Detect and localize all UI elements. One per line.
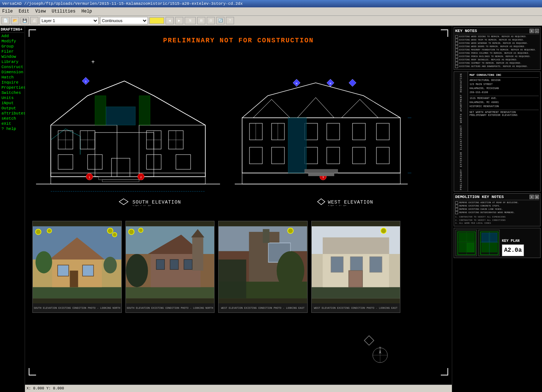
- sidebar-item-window[interactable]: Window: [1, 54, 24, 59]
- svg-point-101: [138, 228, 143, 232]
- sheet-number: A2.0a: [502, 244, 524, 256]
- menu-edit[interactable]: Edit: [19, 9, 29, 14]
- direction-btn[interactable]: N: [185, 17, 196, 24]
- keynote-9-cb[interactable]: [455, 62, 458, 65]
- sidebar-item-modify[interactable]: Modify: [1, 39, 24, 44]
- svg-rect-135: [459, 243, 466, 252]
- keynote-1-cb[interactable]: [455, 35, 458, 38]
- corner-tr: [441, 29, 448, 37]
- svg-rect-97: [170, 259, 178, 269]
- svg-marker-40: [253, 99, 290, 118]
- sidebar-item-inquire[interactable]: Inquire: [1, 80, 24, 85]
- sidebar-item-units[interactable]: Units: [1, 95, 24, 100]
- toolbar-ortho-btn[interactable]: ⊟: [207, 17, 215, 24]
- title-vertical-texts: NET WORTH APARTMENT RENOVATION PRELIMINA…: [454, 72, 468, 191]
- keynote-5-cb[interactable]: [455, 49, 458, 52]
- sidebar-item-filer[interactable]: Filer: [1, 49, 24, 54]
- demo-keynote-3-cb[interactable]: [455, 208, 458, 211]
- svg-point-100: [128, 229, 134, 234]
- svg-rect-55: [353, 147, 365, 164]
- demo-keynote-2-cb[interactable]: [455, 205, 458, 208]
- color-next-btn[interactable]: ▶: [175, 17, 183, 24]
- svg-rect-143: [482, 243, 489, 252]
- demo-keynote-1-cb[interactable]: [455, 201, 458, 204]
- keynote-8: EXISTING ROOF SHINGLES. REPLACE AS REQUI…: [455, 59, 539, 61]
- demo-keynotes-expand-btn[interactable]: +: [529, 195, 534, 199]
- svg-text:2: 2: [140, 176, 142, 179]
- toolbar-snap-btn[interactable]: ⊞: [197, 17, 205, 24]
- toolbar-save-btn[interactable]: 💾: [21, 17, 29, 24]
- keynote-8-cb[interactable]: [455, 59, 458, 61]
- sidebar-item-output[interactable]: Output: [1, 106, 24, 111]
- photo-1-caption: SOUTH ELEVATION EXISTING CONDITION PHOTO…: [33, 303, 121, 312]
- sidebar-item-properties[interactable]: Properties: [1, 85, 24, 90]
- toolbar-help-btn[interactable]: ?: [226, 17, 234, 24]
- sidebar-item-attributes[interactable]: aTtributes: [1, 111, 24, 116]
- sidebar-item-dimension[interactable]: Dimension: [1, 70, 24, 75]
- svg-text:SOUTH ELEVATION: SOUTH ELEVATION: [132, 199, 181, 205]
- svg-rect-142: [490, 233, 497, 242]
- demo-keynote-4-cb[interactable]: [455, 211, 458, 214]
- color-prev-btn[interactable]: ◀: [166, 17, 174, 24]
- menu-file[interactable]: File: [2, 9, 13, 14]
- svg-rect-43: [249, 123, 262, 140]
- keynote-7: EXISTING PORCH RAILINGS TO REMAIN. REPAI…: [455, 55, 539, 58]
- svg-rect-1: [51, 173, 205, 184]
- svg-rect-80: [82, 265, 93, 276]
- toolbar-open-btn[interactable]: 📂: [11, 17, 19, 24]
- svg-rect-45: [272, 123, 284, 140]
- svg-rect-5: [95, 133, 154, 177]
- compass-rose: N: [371, 346, 389, 364]
- photo-1: SOUTH ELEVATION EXISTING CONDITION PHOTO…: [32, 221, 122, 313]
- demo-keynote-4: REMOVE EXISTING DETERIORATED WOOD MEMBER…: [455, 211, 539, 214]
- demo-keynotes-settings-btn[interactable]: ⚙: [535, 195, 539, 199]
- sidebar-item-help[interactable]: ? help: [1, 126, 24, 131]
- keynote-10-cb[interactable]: [455, 65, 458, 68]
- sidebar-item-construct[interactable]: Construct: [1, 64, 24, 70]
- toolbar-redraw-btn[interactable]: 🔄: [216, 17, 224, 24]
- svg-rect-123: [348, 271, 362, 287]
- svg-marker-41: [297, 98, 334, 118]
- svg-rect-52: [272, 147, 284, 164]
- photo-2-caption: SOUTH ELEVATION EXISTING CONDITION PHOTO…: [126, 303, 215, 312]
- keynote-2: EXISTING WOOD TRIM TO REMAIN. REPAIR AS …: [455, 39, 539, 42]
- toolbar-btn4[interactable]: 🖨: [30, 17, 38, 24]
- photo-3: WEST ELEVATION EXISTING CONDITION PHOTO …: [218, 221, 308, 313]
- keynote-3-cb[interactable]: [455, 42, 458, 45]
- sidebar-item-sketch[interactable]: sKetch: [1, 116, 24, 121]
- menu-view[interactable]: View: [35, 9, 46, 14]
- sidebar-item-group[interactable]: Group: [1, 44, 24, 49]
- svg-point-85: [47, 229, 52, 233]
- svg-point-111: [277, 251, 304, 290]
- menu-help[interactable]: Help: [81, 9, 92, 14]
- sidebar-item-library[interactable]: Library: [1, 59, 24, 64]
- svg-rect-91: [126, 287, 215, 298]
- keynote-6-cb[interactable]: [455, 52, 458, 55]
- keynote-4-cb[interactable]: [455, 45, 458, 48]
- svg-rect-79: [58, 265, 69, 276]
- keynote-2-cb[interactable]: [455, 39, 458, 42]
- firm-address-2: 123 MAIN STREET: [470, 83, 539, 86]
- sidebar-item-switches[interactable]: Switches: [1, 90, 24, 95]
- sidebar-item-hatch[interactable]: Hatch: [1, 75, 24, 80]
- svg-rect-122: [369, 257, 382, 272]
- svg-rect-96: [156, 259, 164, 269]
- svg-rect-21: [176, 155, 191, 169]
- svg-rect-141: [482, 233, 489, 242]
- color-swatch[interactable]: [149, 17, 164, 24]
- sidebar-item-input[interactable]: iNput: [1, 100, 24, 106]
- sidebar-item-exit[interactable]: eXit: [1, 121, 24, 126]
- svg-text:1/8" = 1'-0": 1/8" = 1'-0": [328, 205, 346, 206]
- layer-select[interactable]: Layer 1: [40, 17, 99, 24]
- menu-utilities[interactable]: Utilities: [52, 9, 75, 14]
- keynotes-expand-btn[interactable]: +: [529, 29, 534, 33]
- sidebar-item-add[interactable]: Add: [1, 33, 24, 39]
- drawing-canvas[interactable]: PRELIMINARY NOT FOR CONSTRUCTION: [25, 26, 452, 392]
- keynote-7-cb[interactable]: [455, 55, 458, 58]
- keynotes-collapse-btn[interactable]: -: [535, 29, 539, 33]
- svg-point-124: [380, 228, 386, 233]
- toolbar-new-btn[interactable]: 📄: [1, 17, 10, 24]
- svg-marker-42: [341, 99, 378, 118]
- svg-rect-98: [184, 259, 192, 269]
- linetype-select[interactable]: Continuous: [100, 17, 148, 24]
